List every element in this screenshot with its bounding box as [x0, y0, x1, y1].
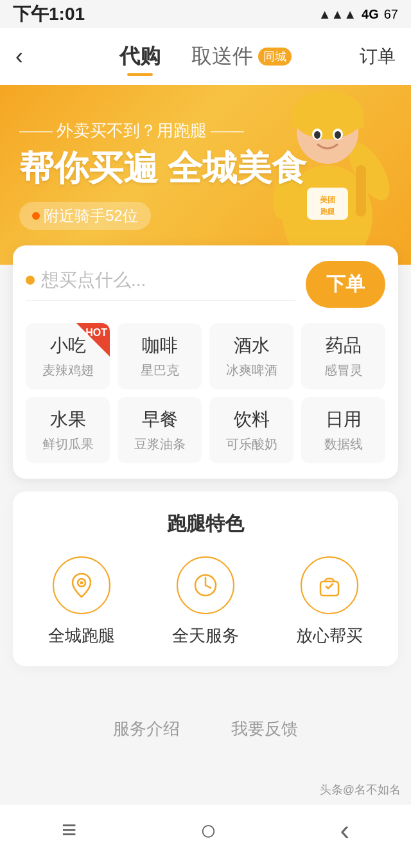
- banner: 外卖买不到？用跑腿 帮你买遍 全城美食 附近骑手52位: [0, 85, 411, 265]
- order-button[interactable]: 订单: [360, 44, 396, 69]
- network-type: 4G: [362, 7, 379, 22]
- back-button[interactable]: ‹: [15, 43, 54, 70]
- search-dot: [26, 276, 35, 285]
- feature-icon-wrap-safe: [301, 556, 358, 614]
- tongcheng-badge: 同城: [258, 48, 292, 66]
- feedback-link[interactable]: 我要反馈: [231, 718, 298, 740]
- bottom-links: 服务介绍 我要反馈: [0, 692, 411, 766]
- category-snacks[interactable]: 小吃 麦辣鸡翅 HOT: [26, 323, 110, 389]
- tab-daigou[interactable]: 代购: [119, 42, 161, 71]
- features-grid: 全城跑腿 全天服务 放心帮买: [26, 556, 385, 647]
- feature-label-safe: 放心帮买: [296, 624, 363, 647]
- status-right: ▲▲▲ 4G 67: [319, 7, 398, 22]
- location-icon: [67, 571, 96, 599]
- banner-text: 外卖买不到？用跑腿 帮你买遍 全城美食 附近骑手52位: [19, 120, 392, 230]
- svg-rect-19: [320, 581, 338, 596]
- category-daily[interactable]: 日用 数据线: [301, 397, 385, 463]
- bottom-nav: ≡ ○ ‹ 头条@名不如名: [0, 804, 411, 868]
- search-input-wrap[interactable]: 想买点什么...: [26, 268, 295, 301]
- svg-point-17: [80, 581, 83, 585]
- main-card: 想买点什么... 下单 小吃 麦辣鸡翅 HOT 咖啡 星巴克 酒水 冰爽啤酒 药…: [13, 245, 398, 479]
- service-intro-link[interactable]: 服务介绍: [113, 718, 180, 740]
- hot-text: HOT: [85, 327, 107, 339]
- category-alcohol[interactable]: 酒水 冰爽啤酒: [209, 323, 293, 389]
- badge-dot: [32, 212, 40, 220]
- features-title: 跑腿特色: [26, 511, 385, 537]
- clock-icon: [191, 571, 220, 599]
- banner-title: 帮你买遍 全城美食: [19, 147, 392, 189]
- nav-home-button[interactable]: ○: [200, 814, 217, 846]
- nav-tabs: 代购 取送件 同城: [119, 42, 292, 71]
- tab-qusongji[interactable]: 取送件 同城: [191, 42, 292, 71]
- search-placeholder: 想买点什么...: [41, 268, 146, 292]
- search-bar: 想买点什么... 下单: [26, 261, 385, 308]
- feature-icon-wrap-allday: [177, 556, 234, 614]
- features-section: 跑腿特色 全城跑腿 全天服务: [13, 492, 398, 666]
- status-time: 下午1:01: [13, 2, 85, 26]
- signal-icon: ▲▲▲: [319, 7, 356, 22]
- feature-citywide[interactable]: 全城跑腿: [26, 556, 137, 647]
- order-now-button[interactable]: 下单: [306, 261, 385, 308]
- nav-back-button[interactable]: ‹: [340, 814, 349, 846]
- feature-label-allday: 全天服务: [172, 624, 239, 647]
- feature-allday[interactable]: 全天服务: [150, 556, 261, 647]
- category-medicine[interactable]: 药品 感冒灵: [301, 323, 385, 389]
- feature-safe[interactable]: 放心帮买: [274, 556, 385, 647]
- banner-nearby-badge: 附近骑手52位: [19, 202, 151, 230]
- brand-text: 头条@名不如名: [320, 782, 401, 797]
- battery-level: 67: [384, 7, 398, 22]
- category-fruits[interactable]: 水果 鲜切瓜果: [26, 397, 110, 463]
- shopping-bag-icon: [315, 571, 344, 599]
- category-beverages[interactable]: 饮料 可乐酸奶: [209, 397, 293, 463]
- feature-label-citywide: 全城跑腿: [48, 624, 115, 647]
- category-breakfast[interactable]: 早餐 豆浆油条: [118, 397, 202, 463]
- category-coffee[interactable]: 咖啡 星巴克: [118, 323, 202, 389]
- status-bar: 下午1:01 ▲▲▲ 4G 67: [0, 0, 411, 28]
- category-grid: 小吃 麦辣鸡翅 HOT 咖啡 星巴克 酒水 冰爽啤酒 药品 感冒灵 水果 鲜切瓜…: [26, 323, 385, 463]
- banner-subtitle: 外卖买不到？用跑腿: [19, 120, 392, 142]
- nav-bar: ‹ 代购 取送件 同城 订单: [0, 28, 411, 85]
- nav-menu-button[interactable]: ≡: [62, 815, 76, 844]
- feature-icon-wrap-citywide: [53, 556, 110, 614]
